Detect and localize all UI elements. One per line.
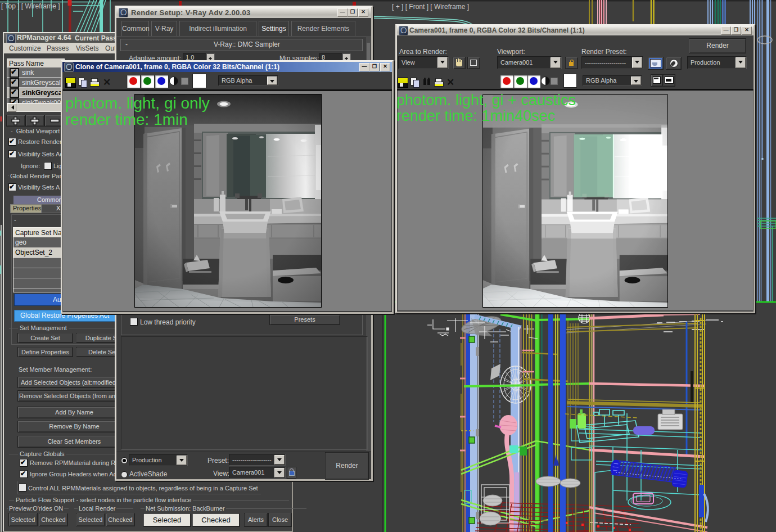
svg-text:[ Top ] [ Wireframe ]: [ Top ] [ Wireframe ] (1, 2, 60, 10)
svg-text:[ + ] [ Front ] [ Wireframe ]: [ + ] [ Front ] [ Wireframe ] (392, 3, 469, 11)
